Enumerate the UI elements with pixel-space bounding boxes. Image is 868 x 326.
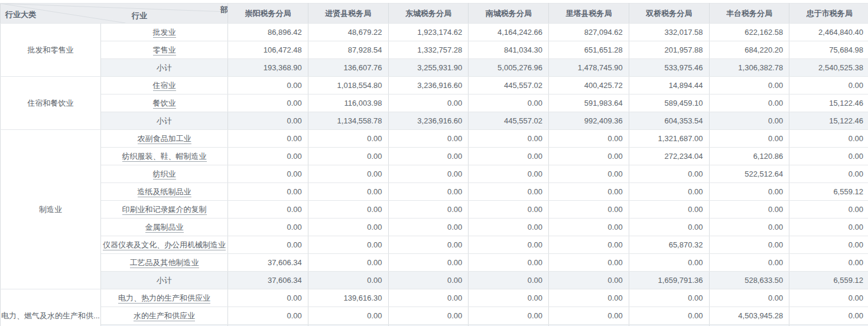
value-cell: 0.00 [469,130,549,148]
header-row: 行业大类 行业 部门 崇阳税务分局 进贤县税务局 东城税务分局 南城税务分局 里… [1,4,868,24]
value-cell: 0.00 [228,289,308,307]
row-label-link[interactable]: 批发业 [153,28,176,38]
row-label-cell[interactable]: 住宿业 [101,77,228,94]
row-label-link[interactable]: 农副食品加工业 [138,134,191,144]
value-cell: 0.00 [469,307,549,325]
value-cell: 589,459.10 [629,94,709,112]
row-subaxis-label: 行业 [132,11,147,21]
value-cell: 0.00 [709,254,789,272]
value-cell: 0.00 [308,236,388,254]
row-label-cell[interactable]: 纺织业 [101,165,228,183]
row-label-cell[interactable]: 餐饮业 [101,94,228,112]
value-cell: 0.00 [228,307,308,325]
value-cell: 0.00 [469,165,549,183]
value-cell: 0.00 [709,94,789,112]
value-cell: 15,122.46 [789,112,868,130]
value-cell: 0.00 [308,201,388,219]
value-cell: 37,606.34 [228,272,308,289]
value-cell: 0.00 [469,289,549,307]
value-cell: 0.00 [228,219,308,236]
value-cell: 87,928.54 [308,41,388,59]
value-cell: 65,870.32 [629,236,709,254]
value-cell: 522,512.64 [709,165,789,183]
value-cell: 332,017.58 [629,24,709,41]
value-cell: 0.00 [388,183,469,201]
row-label-cell[interactable]: 纺织服装、鞋、帽制造业 [101,148,228,165]
value-cell: 86,896.42 [228,24,308,41]
value-cell: 136,607.76 [308,59,388,77]
row-label-link[interactable]: 水的生产和供应业 [134,311,195,321]
row-label-cell[interactable]: 农副食品加工业 [101,130,228,148]
pivot-grid: 行业大类 行业 部门 崇阳税务分局 进贤县税务局 东城税务分局 南城税务分局 里… [0,3,868,326]
column-header: 崇阳税务分局 [228,4,308,24]
row-label-link[interactable]: 纺织服装、鞋、帽制造业 [122,152,207,162]
value-cell: 0.00 [709,183,789,201]
table-body: 批发和零售业批发业86,896.4248,679.221,923,174.624… [1,24,868,326]
row-label-link[interactable]: 工艺品及其他制造业 [130,258,199,268]
value-cell: 0.00 [469,183,549,201]
row-label-link[interactable]: 电力、热力的生产和供应业 [118,294,210,304]
row-label-cell[interactable]: 工艺品及其他制造业 [101,254,228,272]
table-row: 电力、燃气及水的生产和供...电力、热力的生产和供应业0.00139,616.3… [1,289,868,307]
table-row: 印刷业和记录媒介的复制0.000.000.000.000.000.000.000… [1,201,868,219]
value-cell: 3,236,916.60 [388,112,469,130]
value-cell: 0.00 [308,130,388,148]
value-cell: 0.00 [789,307,868,325]
pivot-table: 行业大类 行业 部门 崇阳税务分局 进贤县税务局 东城税务分局 南城税务分局 里… [0,0,868,326]
row-label-cell[interactable]: 金属制品业 [101,219,228,236]
value-cell: 0.00 [789,236,868,254]
row-label-cell[interactable]: 水的生产和供应业 [101,307,228,325]
table-row: 小计37,606.340.000.000.000.001,659,791.365… [1,272,868,289]
row-label-link[interactable]: 印刷业和记录媒介的复制 [122,205,207,215]
value-cell: 0.00 [469,219,549,236]
row-label-cell[interactable]: 零售业 [101,41,228,59]
row-label-cell[interactable]: 印刷业和记录媒介的复制 [101,201,228,219]
value-cell: 0.00 [709,219,789,236]
value-cell: 528,633.50 [709,272,789,289]
column-header: 东城税务分局 [388,4,469,24]
value-cell: 0.00 [388,130,469,148]
value-cell: 0.00 [629,183,709,201]
row-label-link[interactable]: 餐饮业 [153,99,176,109]
value-cell: 1,478,745.90 [549,59,629,77]
value-cell: 0.00 [469,201,549,219]
row-label-link[interactable]: 纺织业 [153,169,176,180]
row-label-link[interactable]: 住宿业 [153,81,176,91]
row-label-cell[interactable]: 批发业 [101,24,228,41]
column-header: 双桥税务分局 [629,4,709,24]
value-cell: 0.00 [388,272,469,289]
row-label-link[interactable]: 金属制品业 [145,223,184,233]
value-cell: 0.00 [228,201,308,219]
value-cell: 48,679.22 [308,24,388,41]
row-label-cell[interactable]: 电力、热力的生产和供应业 [101,289,228,307]
row-label-link[interactable]: 仪器仪表及文化、办公用机械制造业 [103,240,226,250]
value-cell: 0.00 [549,130,629,148]
value-cell: 6,559.12 [789,272,868,289]
value-cell: 14,894.44 [629,77,709,94]
row-label-link[interactable]: 造纸及纸制品业 [138,187,191,197]
value-cell: 0.00 [228,183,308,201]
value-cell: 0.00 [629,201,709,219]
row-label-cell[interactable]: 仪器仪表及文化、办公用机械制造业 [101,236,228,254]
value-cell: 0.00 [228,236,308,254]
table-row: 纺织服装、鞋、帽制造业0.000.000.000.000.00272,234.0… [1,148,868,165]
value-cell: 651,651.28 [549,41,629,59]
row-label-cell[interactable]: 造纸及纸制品业 [101,183,228,201]
value-cell: 0.00 [549,165,629,183]
table-row: 批发和零售业批发业86,896.4248,679.221,923,174.624… [1,24,868,41]
value-cell: 0.00 [709,236,789,254]
row-label-link[interactable]: 零售业 [153,45,176,56]
value-cell: 1,923,174.62 [388,24,469,41]
row-label-cell: 小计 [101,59,228,77]
value-cell: 0.00 [308,219,388,236]
group-cell: 制造业 [1,130,101,289]
value-cell: 0.00 [789,201,868,219]
value-cell: 0.00 [629,165,709,183]
value-cell: 0.00 [549,183,629,201]
table-row: 制造业农副食品加工业0.000.000.000.000.001,321,687.… [1,130,868,148]
value-cell: 0.00 [308,254,388,272]
table-row: 餐饮业0.00116,003.980.000.00591,983.64589,4… [1,94,868,112]
value-cell: 0.00 [789,219,868,236]
value-cell: 0.00 [388,254,469,272]
value-cell: 0.00 [469,272,549,289]
